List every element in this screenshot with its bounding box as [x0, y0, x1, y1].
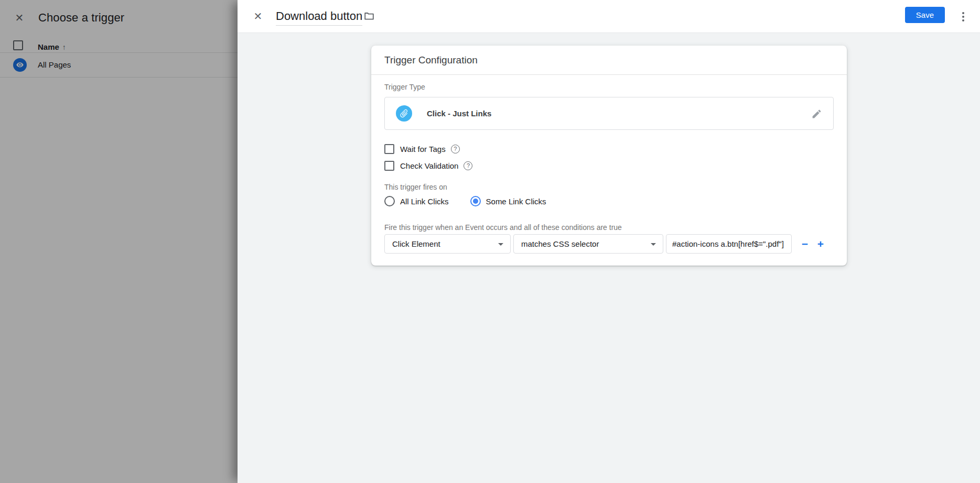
wait-for-tags-checkbox[interactable] [384, 144, 394, 154]
trigger-type-selector[interactable]: Click - Just Links [384, 97, 834, 130]
some-link-clicks-radio[interactable] [470, 196, 481, 206]
condition-value-input[interactable] [666, 234, 792, 254]
modal-scrim[interactable] [0, 0, 238, 483]
more-options-icon[interactable] [959, 10, 968, 24]
help-icon[interactable]: ? [464, 161, 472, 170]
chevron-down-icon [651, 243, 656, 246]
help-icon[interactable]: ? [451, 145, 460, 153]
trigger-type-label: Trigger Type [384, 83, 425, 91]
close-icon[interactable]: ✕ [251, 9, 265, 23]
condition-variable-select[interactable]: Click Element [384, 234, 511, 254]
check-validation-row: Check Validation ? [384, 161, 472, 171]
all-link-clicks-label[interactable]: All Link Clicks [400, 197, 449, 206]
fires-on-label: This trigger fires on [384, 183, 447, 191]
all-link-clicks-radio[interactable] [384, 196, 395, 206]
fires-on-options: All Link Clicks Some Link Clicks [384, 196, 546, 206]
link-click-icon [396, 105, 412, 122]
chevron-down-icon [498, 243, 503, 246]
edit-icon[interactable] [811, 108, 822, 119]
trigger-configuration-card: Trigger Configuration Trigger Type Click… [371, 46, 847, 266]
some-link-clicks-label[interactable]: Some Link Clicks [486, 197, 546, 206]
remove-condition-button[interactable]: − [797, 236, 813, 252]
wait-for-tags-row: Wait for Tags ? [384, 144, 460, 154]
save-button[interactable]: Save [905, 7, 945, 23]
check-validation-label[interactable]: Check Validation [400, 161, 458, 170]
add-condition-button[interactable]: + [813, 236, 828, 252]
editor-header: ✕ Download button Save [238, 0, 980, 33]
condition-row: Click Element matches CSS selector − + [384, 234, 828, 254]
trigger-name-field[interactable]: Download button [276, 9, 362, 26]
trigger-editor-panel: ✕ Download button Save Trigger Configura… [238, 0, 980, 483]
conditions-label: Fire this trigger when an Event occurs a… [384, 223, 820, 232]
wait-for-tags-label[interactable]: Wait for Tags [400, 145, 446, 153]
check-validation-checkbox[interactable] [384, 161, 394, 171]
card-title: Trigger Configuration [384, 54, 478, 66]
card-header: Trigger Configuration [371, 46, 847, 75]
folder-icon[interactable] [363, 10, 376, 23]
trigger-type-value: Click - Just Links [427, 109, 491, 118]
condition-operator-select[interactable]: matches CSS selector [513, 234, 663, 254]
